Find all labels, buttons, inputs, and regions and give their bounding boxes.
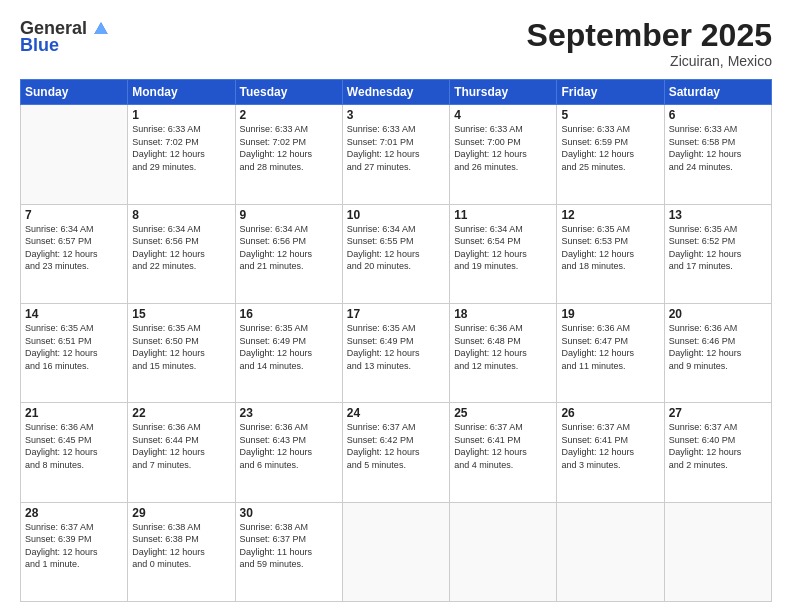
- day-info-23: Sunrise: 6:36 AM Sunset: 6:43 PM Dayligh…: [240, 421, 338, 471]
- title-block: September 2025 Zicuiran, Mexico: [527, 18, 772, 69]
- day-info-7: Sunrise: 6:34 AM Sunset: 6:57 PM Dayligh…: [25, 223, 123, 273]
- day-info-24: Sunrise: 6:37 AM Sunset: 6:42 PM Dayligh…: [347, 421, 445, 471]
- day-number-9: 9: [240, 208, 338, 222]
- col-tuesday: Tuesday: [235, 80, 342, 105]
- day-number-4: 4: [454, 108, 552, 122]
- day-info-12: Sunrise: 6:35 AM Sunset: 6:53 PM Dayligh…: [561, 223, 659, 273]
- week-row-1: 7Sunrise: 6:34 AM Sunset: 6:57 PM Daylig…: [21, 204, 772, 303]
- day-number-8: 8: [132, 208, 230, 222]
- day-info-26: Sunrise: 6:37 AM Sunset: 6:41 PM Dayligh…: [561, 421, 659, 471]
- calendar-table: Sunday Monday Tuesday Wednesday Thursday…: [20, 79, 772, 602]
- day-info-27: Sunrise: 6:37 AM Sunset: 6:40 PM Dayligh…: [669, 421, 767, 471]
- day-cell-1-0: 7Sunrise: 6:34 AM Sunset: 6:57 PM Daylig…: [21, 204, 128, 303]
- day-number-22: 22: [132, 406, 230, 420]
- week-row-4: 28Sunrise: 6:37 AM Sunset: 6:39 PM Dayli…: [21, 502, 772, 601]
- day-info-21: Sunrise: 6:36 AM Sunset: 6:45 PM Dayligh…: [25, 421, 123, 471]
- day-info-18: Sunrise: 6:36 AM Sunset: 6:48 PM Dayligh…: [454, 322, 552, 372]
- day-info-13: Sunrise: 6:35 AM Sunset: 6:52 PM Dayligh…: [669, 223, 767, 273]
- day-info-10: Sunrise: 6:34 AM Sunset: 6:55 PM Dayligh…: [347, 223, 445, 273]
- day-info-9: Sunrise: 6:34 AM Sunset: 6:56 PM Dayligh…: [240, 223, 338, 273]
- day-cell-0-3: 3Sunrise: 6:33 AM Sunset: 7:01 PM Daylig…: [342, 105, 449, 204]
- day-info-14: Sunrise: 6:35 AM Sunset: 6:51 PM Dayligh…: [25, 322, 123, 372]
- day-cell-1-1: 8Sunrise: 6:34 AM Sunset: 6:56 PM Daylig…: [128, 204, 235, 303]
- day-info-19: Sunrise: 6:36 AM Sunset: 6:47 PM Dayligh…: [561, 322, 659, 372]
- day-number-6: 6: [669, 108, 767, 122]
- day-number-2: 2: [240, 108, 338, 122]
- logo-icon: [91, 19, 111, 39]
- day-cell-2-2: 16Sunrise: 6:35 AM Sunset: 6:49 PM Dayli…: [235, 303, 342, 402]
- day-info-20: Sunrise: 6:36 AM Sunset: 6:46 PM Dayligh…: [669, 322, 767, 372]
- day-cell-1-3: 10Sunrise: 6:34 AM Sunset: 6:55 PM Dayli…: [342, 204, 449, 303]
- day-cell-3-6: 27Sunrise: 6:37 AM Sunset: 6:40 PM Dayli…: [664, 403, 771, 502]
- day-info-8: Sunrise: 6:34 AM Sunset: 6:56 PM Dayligh…: [132, 223, 230, 273]
- day-cell-1-4: 11Sunrise: 6:34 AM Sunset: 6:54 PM Dayli…: [450, 204, 557, 303]
- day-number-19: 19: [561, 307, 659, 321]
- day-number-21: 21: [25, 406, 123, 420]
- week-row-2: 14Sunrise: 6:35 AM Sunset: 6:51 PM Dayli…: [21, 303, 772, 402]
- svg-marker-1: [94, 22, 107, 34]
- day-number-27: 27: [669, 406, 767, 420]
- day-cell-2-6: 20Sunrise: 6:36 AM Sunset: 6:46 PM Dayli…: [664, 303, 771, 402]
- day-cell-4-3: [342, 502, 449, 601]
- day-number-5: 5: [561, 108, 659, 122]
- col-wednesday: Wednesday: [342, 80, 449, 105]
- day-cell-2-4: 18Sunrise: 6:36 AM Sunset: 6:48 PM Dayli…: [450, 303, 557, 402]
- day-info-11: Sunrise: 6:34 AM Sunset: 6:54 PM Dayligh…: [454, 223, 552, 273]
- col-saturday: Saturday: [664, 80, 771, 105]
- day-cell-4-6: [664, 502, 771, 601]
- day-cell-0-0: [21, 105, 128, 204]
- day-cell-3-5: 26Sunrise: 6:37 AM Sunset: 6:41 PM Dayli…: [557, 403, 664, 502]
- day-cell-4-0: 28Sunrise: 6:37 AM Sunset: 6:39 PM Dayli…: [21, 502, 128, 601]
- day-number-23: 23: [240, 406, 338, 420]
- day-info-5: Sunrise: 6:33 AM Sunset: 6:59 PM Dayligh…: [561, 123, 659, 173]
- day-number-3: 3: [347, 108, 445, 122]
- col-friday: Friday: [557, 80, 664, 105]
- day-number-11: 11: [454, 208, 552, 222]
- day-info-16: Sunrise: 6:35 AM Sunset: 6:49 PM Dayligh…: [240, 322, 338, 372]
- day-number-7: 7: [25, 208, 123, 222]
- day-info-2: Sunrise: 6:33 AM Sunset: 7:02 PM Dayligh…: [240, 123, 338, 173]
- day-number-13: 13: [669, 208, 767, 222]
- day-info-29: Sunrise: 6:38 AM Sunset: 6:38 PM Dayligh…: [132, 521, 230, 571]
- calendar-header-row: Sunday Monday Tuesday Wednesday Thursday…: [21, 80, 772, 105]
- day-cell-3-4: 25Sunrise: 6:37 AM Sunset: 6:41 PM Dayli…: [450, 403, 557, 502]
- day-number-14: 14: [25, 307, 123, 321]
- day-cell-2-3: 17Sunrise: 6:35 AM Sunset: 6:49 PM Dayli…: [342, 303, 449, 402]
- day-cell-0-4: 4Sunrise: 6:33 AM Sunset: 7:00 PM Daylig…: [450, 105, 557, 204]
- day-number-29: 29: [132, 506, 230, 520]
- day-number-20: 20: [669, 307, 767, 321]
- day-cell-0-1: 1Sunrise: 6:33 AM Sunset: 7:02 PM Daylig…: [128, 105, 235, 204]
- day-cell-1-6: 13Sunrise: 6:35 AM Sunset: 6:52 PM Dayli…: [664, 204, 771, 303]
- col-thursday: Thursday: [450, 80, 557, 105]
- day-cell-1-2: 9Sunrise: 6:34 AM Sunset: 6:56 PM Daylig…: [235, 204, 342, 303]
- day-cell-3-2: 23Sunrise: 6:36 AM Sunset: 6:43 PM Dayli…: [235, 403, 342, 502]
- day-number-25: 25: [454, 406, 552, 420]
- day-cell-4-4: [450, 502, 557, 601]
- day-info-17: Sunrise: 6:35 AM Sunset: 6:49 PM Dayligh…: [347, 322, 445, 372]
- week-row-3: 21Sunrise: 6:36 AM Sunset: 6:45 PM Dayli…: [21, 403, 772, 502]
- day-cell-2-5: 19Sunrise: 6:36 AM Sunset: 6:47 PM Dayli…: [557, 303, 664, 402]
- day-number-18: 18: [454, 307, 552, 321]
- day-number-30: 30: [240, 506, 338, 520]
- day-info-25: Sunrise: 6:37 AM Sunset: 6:41 PM Dayligh…: [454, 421, 552, 471]
- day-info-6: Sunrise: 6:33 AM Sunset: 6:58 PM Dayligh…: [669, 123, 767, 173]
- day-info-28: Sunrise: 6:37 AM Sunset: 6:39 PM Dayligh…: [25, 521, 123, 571]
- day-number-28: 28: [25, 506, 123, 520]
- day-cell-0-6: 6Sunrise: 6:33 AM Sunset: 6:58 PM Daylig…: [664, 105, 771, 204]
- day-info-1: Sunrise: 6:33 AM Sunset: 7:02 PM Dayligh…: [132, 123, 230, 173]
- day-number-17: 17: [347, 307, 445, 321]
- day-cell-0-5: 5Sunrise: 6:33 AM Sunset: 6:59 PM Daylig…: [557, 105, 664, 204]
- day-number-24: 24: [347, 406, 445, 420]
- day-cell-3-0: 21Sunrise: 6:36 AM Sunset: 6:45 PM Dayli…: [21, 403, 128, 502]
- day-info-22: Sunrise: 6:36 AM Sunset: 6:44 PM Dayligh…: [132, 421, 230, 471]
- day-cell-4-2: 30Sunrise: 6:38 AM Sunset: 6:37 PM Dayli…: [235, 502, 342, 601]
- day-number-26: 26: [561, 406, 659, 420]
- day-cell-3-1: 22Sunrise: 6:36 AM Sunset: 6:44 PM Dayli…: [128, 403, 235, 502]
- logo-blue-text: Blue: [20, 35, 59, 56]
- header: General Blue September 2025 Zicuiran, Me…: [20, 18, 772, 69]
- day-cell-1-5: 12Sunrise: 6:35 AM Sunset: 6:53 PM Dayli…: [557, 204, 664, 303]
- page: General Blue September 2025 Zicuiran, Me…: [0, 0, 792, 612]
- location-subtitle: Zicuiran, Mexico: [527, 53, 772, 69]
- col-monday: Monday: [128, 80, 235, 105]
- col-sunday: Sunday: [21, 80, 128, 105]
